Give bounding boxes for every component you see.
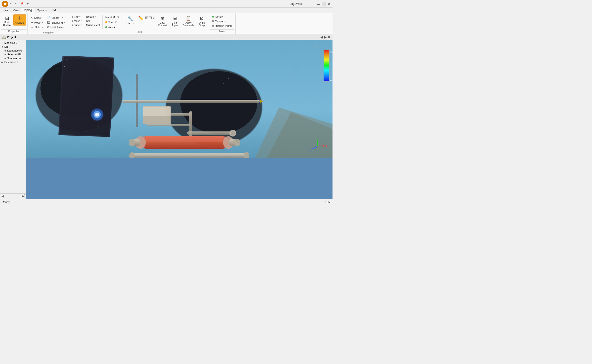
slide-pipes-dropdown: ▼ [80,24,82,26]
flan-icon: 🔧 [128,16,133,21]
svg-rect-57 [143,107,171,116]
navigate-icon: ✛ [18,16,22,21]
measure-dot [212,20,214,22]
edit-dropdown: ▼ [79,16,81,18]
svg-point-65 [231,131,235,135]
minimize-button[interactable]: — [317,2,320,6]
ribbon-group-content-points: Identify Measure Refresh Points [210,13,234,29]
svg-text:Z: Z [310,149,311,152]
model-display-button[interactable]: ⊞ ModelDisplay [1,14,13,28]
svg-point-87 [310,141,311,141]
tree-label-db: DB [4,45,8,48]
check-icon: ✔ [152,15,155,20]
apply-standards-button[interactable]: 📋 ApplyStandards [181,14,196,28]
ortho-snap-button[interactable]: ⊠ OrthoSnap [197,14,207,28]
measure-button[interactable]: Measure [210,19,234,23]
tree-arrow-selected-pip: ■ [4,53,7,56]
quick-btn-dropdown[interactable]: ▼ [26,2,30,6]
svg-text:Vector: (0.0,1): Vector: (0.0,1) [315,46,327,48]
tree-db[interactable]: ▼ DB [1,45,25,49]
svg-point-47 [62,141,62,141]
conn-button[interactable]: Conn ▼ [104,20,121,24]
conn-arrow: ▼ [115,21,117,24]
tree-database-pc[interactable]: ■ Database Pc [1,49,25,52]
split-button[interactable]: Split [85,19,101,23]
app-icon: ⬟ [2,1,8,7]
menu-view[interactable]: View [10,8,21,13]
insert-mode-button[interactable]: Insert Mo ▼ [104,15,121,19]
ribbon-group-pipes: ◆ Edit ▼ ◆ Move ▼ ◆ Slide ▼ Rotate [69,13,209,34]
scroll-right-button[interactable]: ▶ [22,194,25,198]
snapping-button[interactable]: 🔲 Snapping ▼ [46,20,67,25]
multi-select-button[interactable]: ⊡ Multi Select [46,25,67,30]
clean-pipes-button[interactable]: ⊞ CleanPipes [170,14,180,28]
svg-text:max: max [330,51,333,53]
svg-point-29 [228,78,229,79]
flan-button[interactable]: 🔧 Flan ▼ [125,15,136,26]
valv-button[interactable]: Valv ▼ [104,25,121,29]
refresh-points-label: Refresh Points [215,24,232,27]
viewport[interactable]: max min X Y Z Vector: (0.0,1) [26,40,333,199]
quick-btn-redo[interactable]: ↪ [14,2,18,6]
svg-point-82 [303,122,303,122]
tree-model-sel[interactable]: Model Sel... [1,41,25,45]
slide-button[interactable]: ↔ Slide ▼ [29,25,45,29]
select-button[interactable]: ↖ Select [29,15,45,20]
move-label: Move [34,21,40,24]
edit-arrow: ◆ [72,16,73,18]
svg-point-45 [86,131,86,132]
viewport-prev-button[interactable]: ◀ [320,35,323,39]
menu-file[interactable]: File [1,8,10,13]
menu-options[interactable]: Options [34,8,49,13]
apply-standards-label: ApplyStandards [183,21,194,27]
smart-sheet-button[interactable]: 📄 Smart - ▼ [46,15,67,20]
rotate-button[interactable]: Rotate ▼ [85,15,101,19]
close-button[interactable]: ✕ [327,2,331,6]
svg-point-21 [194,88,195,88]
move-pipes-button[interactable]: ◆ Move ▼ [71,19,84,23]
easy-connect-button[interactable]: ⊕ EasyConnect [156,14,169,28]
scene-svg: max min X Y Z Vector: (0.0,1) [26,40,333,158]
viewport-close-button[interactable]: ✕ [328,35,331,39]
navigate-button[interactable]: ✛ Navigate [13,14,26,26]
quick-btn-pin[interactable]: 📌 [19,2,25,6]
slide-label: Slide [34,26,40,29]
tree-area: Model Sel... ▼ DB ■ Database Pc ■ Select… [0,40,26,193]
easy-connect-icon: ⊕ [161,16,164,21]
edit-button[interactable]: ◆ Edit ▼ [71,15,84,19]
slide-pipes-button[interactable]: ◆ Slide ▼ [71,23,84,27]
tree-scanner-loc[interactable]: ■ Scanner Loc [1,56,25,60]
svg-rect-4 [60,57,113,136]
table-icon: ⊟ [149,15,152,20]
move-button[interactable]: ⊕ Move ▼ [29,20,45,25]
move-pipes-arrow: ◆ [72,20,73,22]
svg-point-84 [327,131,327,132]
svg-point-73 [233,139,240,146]
menu-help[interactable]: Help [49,8,60,13]
scroll-left-button[interactable]: ◀ [1,194,4,198]
smart-sheet-arrow: ▼ [61,17,63,19]
viewport-next-button[interactable]: ▶ [324,35,327,39]
refresh-points-button[interactable]: Refresh Points [210,24,234,28]
svg-rect-58 [143,116,171,124]
move-arrow: ▼ [41,21,43,24]
tree-label-selected-pip: Selected Pip [7,53,22,56]
tree-pipe-model[interactable]: ▶ Pipe Model . [1,60,25,64]
num-indicator: NUM [325,201,331,203]
tree-selected-pip[interactable]: ■ Selected Pip [1,52,25,56]
identify-button[interactable]: Identify [210,14,234,19]
multi-select-pipes-label: Multi Select [86,24,100,26]
easy-connect-label: EasyConnect [158,21,167,27]
svg-point-85 [286,131,286,132]
quick-btn-undo[interactable]: ↩ [9,2,13,6]
menu-piping[interactable]: Piping [21,8,34,13]
slide-pipes-label: Slide [74,24,80,26]
multi-select-pipes-button[interactable]: Multi Select [85,23,101,27]
smart-sheet-label: Smart - [52,16,60,19]
maximize-button[interactable]: ⬜ [322,2,325,6]
svg-point-81 [291,117,291,117]
tree-label-model-sel: Model Sel... [4,41,18,44]
svg-point-27 [233,88,233,88]
pencil-icon: ✏️ [138,15,144,21]
ribbon-group-properties: ⊞ ModelDisplay ✛ Navigate Properties [0,13,28,34]
